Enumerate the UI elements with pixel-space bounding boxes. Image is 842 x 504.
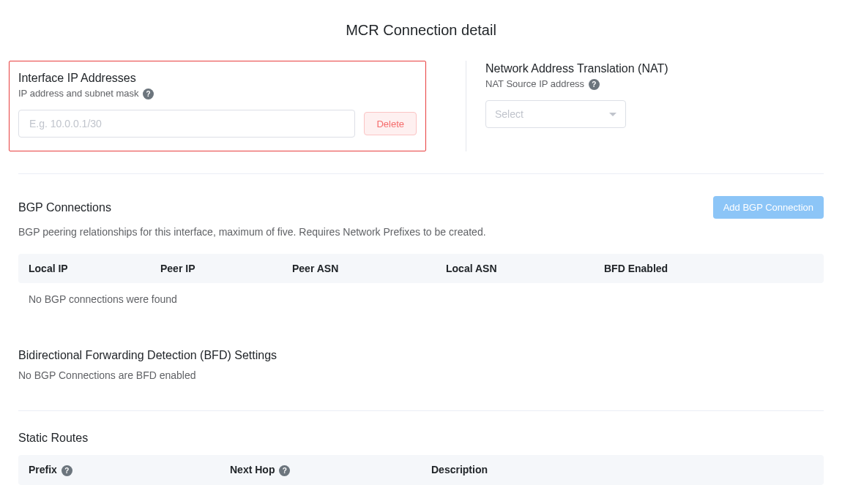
bgp-col-bfd-enabled: BFD Enabled <box>604 263 813 274</box>
bgp-col-peer-ip: Peer IP <box>160 263 292 274</box>
bgp-empty-row: No BGP connections were found <box>18 283 824 327</box>
static-col-prefix: Prefix ? <box>29 464 230 476</box>
static-col-description: Description <box>431 464 813 476</box>
vertical-divider <box>466 61 466 151</box>
bgp-heading: BGP Connections <box>18 201 111 214</box>
bfd-heading: Bidirectional Forwarding Detection (BFD)… <box>18 349 824 362</box>
bgp-table-header: Local IP Peer IP Peer ASN Local ASN BFD … <box>18 254 824 283</box>
interface-ip-subtext: IP address and subnet mask <box>18 88 139 99</box>
help-icon[interactable]: ? <box>279 465 290 476</box>
nat-source-select[interactable]: Select <box>485 100 626 128</box>
static-table-header: Prefix ? Next Hop ? Description <box>18 455 824 485</box>
static-routes-heading: Static Routes <box>18 432 824 445</box>
nat-select-placeholder: Select <box>495 108 524 120</box>
bgp-description: BGP peering relationships for this inter… <box>18 226 824 238</box>
page-title: MCR Connection detail <box>0 22 842 39</box>
bgp-col-local-asn: Local ASN <box>446 263 604 274</box>
help-icon[interactable]: ? <box>589 79 600 90</box>
nat-heading: Network Address Translation (NAT) <box>485 62 833 75</box>
interface-ip-heading: Interface IP Addresses <box>18 72 417 85</box>
static-col-next-hop-label: Next Hop <box>230 464 275 475</box>
nat-subtext: NAT Source IP address <box>485 78 584 89</box>
nat-card: Network Address Translation (NAT) NAT So… <box>485 61 833 151</box>
bgp-col-local-ip: Local IP <box>29 263 160 274</box>
static-col-prefix-label: Prefix <box>29 464 57 475</box>
help-icon[interactable]: ? <box>62 465 72 476</box>
interface-ip-sublabel: IP address and subnet mask ? <box>18 88 417 99</box>
static-col-next-hop: Next Hop ? <box>230 464 431 476</box>
interface-ip-card: Interface IP Addresses IP address and su… <box>9 61 426 151</box>
bgp-col-peer-asn: Peer ASN <box>292 263 446 274</box>
chevron-down-icon <box>609 113 616 116</box>
bfd-text: No BGP Connections are BFD enabled <box>18 369 824 381</box>
ip-address-input[interactable] <box>18 110 355 138</box>
delete-ip-button[interactable]: Delete <box>364 112 417 135</box>
help-icon[interactable]: ? <box>143 89 154 99</box>
nat-sublabel: NAT Source IP address ? <box>485 78 833 90</box>
add-bgp-button[interactable]: Add BGP Connection <box>713 196 824 219</box>
